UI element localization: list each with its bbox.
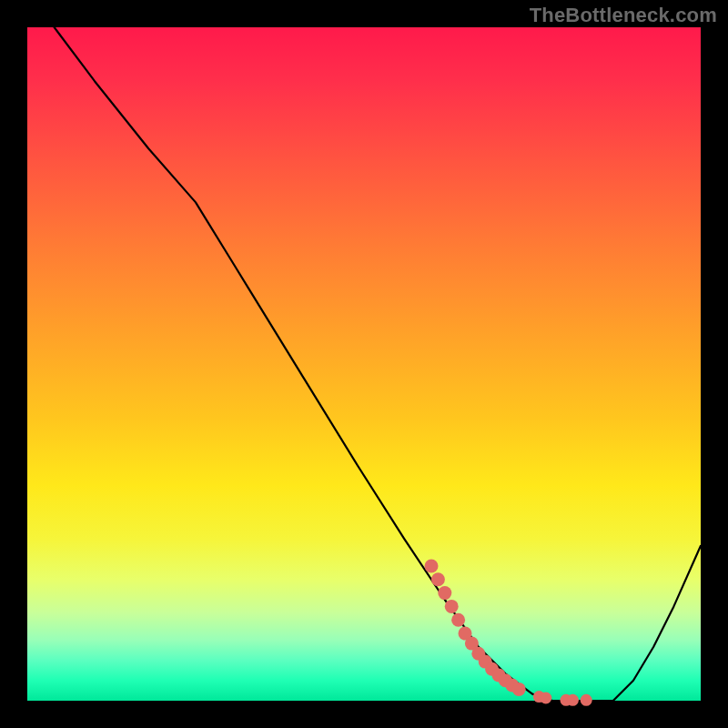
chart-frame: TheBottleneck.com — [0, 0, 728, 728]
bottleneck-curve — [55, 27, 701, 701]
highlight-dot — [451, 613, 465, 627]
highlight-dot — [445, 600, 459, 613]
highlight-dot — [425, 560, 439, 573]
highlight-dot — [567, 694, 579, 706]
highlight-dot — [540, 693, 551, 704]
line-layer — [55, 27, 701, 701]
watermark-text: TheBottleneck.com — [530, 4, 717, 27]
highlight-dot — [431, 572, 445, 586]
chart-svg — [27, 27, 701, 701]
highlight-dot — [512, 682, 526, 696]
highlight-dot — [438, 586, 451, 600]
highlight-dot — [581, 694, 592, 706]
plot-area — [27, 27, 701, 701]
dots-layer — [425, 560, 592, 706]
